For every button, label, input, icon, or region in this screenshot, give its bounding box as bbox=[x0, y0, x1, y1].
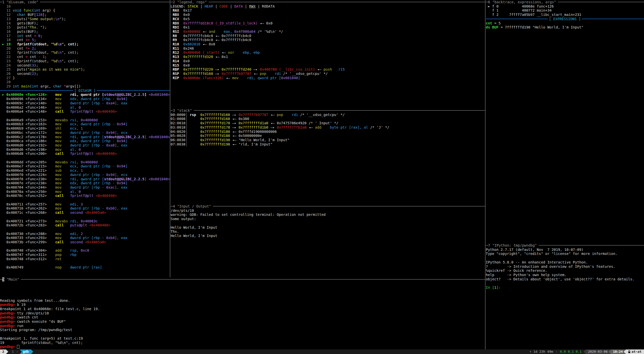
terminal-line: R8 0x7ffff7fcb4c0 ◂— 0x7ffff7fcb4c0 bbox=[171, 34, 485, 38]
status-bar-left: 2 1 › gdb bbox=[0, 349, 33, 354]
terminal-line: pwndbg> cwatch execute "ds BUF" bbox=[0, 319, 485, 324]
terminal-line: /dev/pts/10 bbox=[171, 209, 485, 213]
terminal-line: 0x4006fe <func+238> mov edx, dword ptr [… bbox=[0, 181, 170, 185]
terminal-line: 03:0018│ 0x7fffffffd178 —▸ 0x7fffffffd1b… bbox=[171, 125, 485, 130]
terminal-line bbox=[486, 256, 644, 260]
window-number[interactable]: 1 bbox=[8, 349, 16, 354]
pane-main-gdb[interactable]: 5 "Main" Reading symbols from test...don… bbox=[0, 277, 485, 349]
terminal-line bbox=[0, 332, 485, 336]
pane-border-legend-regs: 2 "legend, regs" bbox=[171, 0, 485, 4]
terminal-line: 0x400721 <func+273> movabs rdi, 0x40083c bbox=[0, 219, 170, 223]
terminal-line: 12 char BUF[128]; bbox=[0, 13, 170, 17]
terminal-line: f 2 7ffff7a05b97 __libc_start_main+231 bbox=[486, 13, 644, 17]
terminal-line: 0x400704 <func+244> mov dword ptr [rbp -… bbox=[0, 185, 170, 190]
terminal-line: IPython 5.8.0 -- An enhanced Interactive… bbox=[486, 260, 644, 264]
terminal-line: Python 2.7.17 (default, Nov 7 2019, 10:0… bbox=[486, 248, 644, 252]
terminal-line: 21 fprintf(stdout, "%d\n", cnt); bbox=[0, 50, 170, 55]
uptime-indicator: ↑ 1d 23h 49m bbox=[528, 349, 555, 354]
terminal-line: 04:0020│ 0x7fffffffd180 ◂— 0xffffd190000… bbox=[171, 130, 485, 134]
pane-title: "IPython: tmp/pwndbg" bbox=[492, 243, 537, 247]
terminal-line: R10 0x602010 ◂— 0x0 bbox=[171, 42, 485, 46]
border-line bbox=[0, 279, 485, 280]
terminal-line: 0x4006ca <func+186> mov edx, dword ptr [… bbox=[0, 139, 170, 143]
terminal-line: RCX 0x5 bbox=[171, 17, 485, 21]
gdb-console-listing[interactable]: Reading symbols from test...done.pwndbg>… bbox=[0, 282, 485, 349]
border-line bbox=[171, 110, 485, 111]
pane-label: 4 "Input / Output" bbox=[173, 204, 213, 208]
terminal-line: RDI 0x1 bbox=[171, 25, 485, 30]
disasm-separator: [ DISASM ] bbox=[0, 88, 170, 93]
expressions-separator: [ EXPRESSIONS ] bbox=[486, 17, 644, 21]
terminal-line: 06:0030│ 0x7fffffffd190 ◂— "Hello World,… bbox=[171, 138, 485, 142]
terminal-line: pwndbg> run bbox=[0, 324, 485, 328]
session-badge[interactable]: 2 bbox=[0, 349, 8, 354]
terminal-line: 0x4006f6 <func+230> mov rdi, qword ptr [… bbox=[0, 177, 170, 181]
disasm-listing: ► 0x40068e <func+126> mov rdi, qword ptr… bbox=[0, 93, 170, 270]
terminal-line: 0x4006a9 <func+153> movabs rsi, 0x40080d bbox=[0, 118, 170, 122]
terminal-line: 20 cnt *= 2; bbox=[0, 46, 170, 51]
pane-number-active: 5 bbox=[2, 277, 4, 281]
terminal-line: 0x4006b9 <func+169> shl ecx, 1 bbox=[0, 126, 170, 131]
io-listing: /dev/pts/10warning: GDB: Failed to set c… bbox=[171, 209, 485, 238]
terminal-line: 0x400735 <func+293> mov dword ptr [rbp -… bbox=[0, 236, 170, 240]
pane-divider-vertical-left[interactable] bbox=[170, 0, 170, 277]
terminal-line: 0x4006ed <func+221> sub ecx, 1 bbox=[0, 168, 170, 173]
angle-separator-icon: ‹ bbox=[555, 349, 558, 354]
pane-title: "stack" bbox=[177, 108, 192, 112]
load-average: 0.0 0.1 0.1 bbox=[558, 349, 583, 354]
terminal-line: Some output: bbox=[171, 217, 485, 221]
pane-label: 3 "stack" bbox=[173, 108, 194, 112]
terminal-line: Hello World, I'm Input bbox=[171, 225, 485, 230]
terminal-line: LEGEND: STACK | HEAP | CODE | DATA | RWX… bbox=[171, 4, 485, 9]
terminal-line bbox=[0, 114, 170, 118]
terminal-line: ? -> Introduction and overview of IPytho… bbox=[486, 264, 644, 269]
pane-title: "backtrace, expressions, args" bbox=[492, 0, 556, 4]
terminal-line bbox=[0, 198, 170, 202]
pane-number: 4 bbox=[173, 204, 175, 208]
terminal-line: Starting program: /tmp/pwndbg/test bbox=[0, 328, 485, 332]
pane-border-ipython: 7 "IPython: tmp/pwndbg" bbox=[486, 243, 644, 248]
terminal-line bbox=[0, 156, 170, 160]
terminal-line: R14 0x0 bbox=[171, 59, 485, 63]
terminal-line: Breakpoint 1, func (arg=5) at test.c:19 bbox=[0, 336, 485, 341]
terminal-line: 0x400696 <func+134> mov edx, dword ptr [… bbox=[0, 97, 170, 101]
pane-divider-vertical-right[interactable] bbox=[485, 0, 486, 349]
pane-border-disasm-code: 1 "disasam, code" bbox=[0, 0, 170, 4]
pane-ipython[interactable]: 7 "IPython: tmp/pwndbg" Python 2.7.17 (d… bbox=[486, 243, 644, 349]
terminal-line: 0x4006a2 <func+146> mov al, 0 bbox=[0, 105, 170, 110]
pane-title: "legend, regs" bbox=[177, 0, 207, 4]
terminal-line: R9 0x7ffff7fcb4c0 ◂— 0x7ffff7fcb4c0 bbox=[171, 38, 485, 42]
terminal-line: 10 bbox=[0, 4, 170, 9]
pane-number: 2 bbox=[173, 0, 175, 4]
expressions-section-label: [ EXPRESSIONS ] bbox=[548, 17, 582, 21]
terminal-line: 0x4006d6 <func+198> mov al, 0 bbox=[0, 148, 170, 152]
window-tab-gdb[interactable]: gdb bbox=[20, 349, 33, 354]
terminal-line: ► 19 fprintf(stdout, "%d\n", cnt); bbox=[0, 42, 170, 46]
status-time: 10:24 bbox=[608, 349, 626, 354]
terminal-line: Thx. bbox=[171, 229, 485, 234]
terminal-line: pwndbg> bbox=[0, 345, 485, 349]
pane-border-stack: 3 "stack" bbox=[171, 108, 485, 113]
terminal-line: ► f 0 40068e func+126 bbox=[486, 4, 644, 9]
terminal-line: 23 fprintf(stdout, "%d\n", cnt); bbox=[0, 59, 170, 63]
tmux-terminal-screen: 1 "disasam, code" 10 11 void func(int ar… bbox=[0, 0, 644, 354]
pane-number: 6 bbox=[488, 0, 490, 4]
terminal-line: 0x4006e7 <func+215> mov ecx, dword ptr [… bbox=[0, 164, 170, 168]
pane-border-backtrace: 6 "backtrace, expressions, args" bbox=[486, 0, 644, 4]
pane-backtrace-expressions: 6 "backtrace, expressions, args" ► f 0 4… bbox=[486, 0, 644, 243]
terminal-line: 0x400747 <func+311> pop rbp bbox=[0, 253, 170, 257]
ipython-listing[interactable]: Python 2.7.17 (default, Nov 7 2019, 10:0… bbox=[486, 248, 644, 290]
border-line bbox=[171, 206, 485, 206]
separator-line bbox=[0, 90, 73, 91]
terminal-line: 01:0008│ 0x7fffffffd168 ◂— 0x380 bbox=[171, 117, 485, 121]
pane-label: 5 "Main" bbox=[2, 277, 21, 281]
terminal-line: 11 void func(int arg) { bbox=[0, 8, 170, 13]
terminal-line: cnt = 5 bbox=[486, 21, 644, 25]
terminal-line bbox=[0, 227, 170, 232]
terminal-line: 0x4006f0 <func+224> mov dword ptr [rbp -… bbox=[0, 173, 170, 177]
status-date: 2020-03-06 bbox=[583, 349, 610, 354]
disasm-section-label: [ DISASM ] bbox=[73, 88, 97, 93]
terminal-line: RAX 0x17 bbox=[171, 8, 485, 13]
pane-label: 7 "IPython: tmp/pwndbg" bbox=[488, 243, 539, 247]
pane-border-input-output: 4 "Input / Output" bbox=[171, 204, 485, 209]
